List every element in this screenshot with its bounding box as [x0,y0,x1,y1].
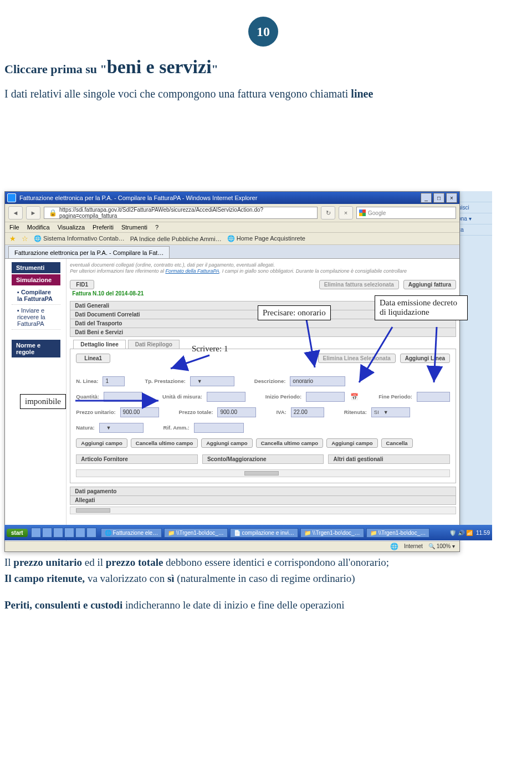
input-prezzo-totale[interactable]: 900.00 [217,407,256,417]
select-tp-prestazione[interactable]: ▼ [190,376,234,386]
input-iva[interactable]: 22.00 [291,407,324,417]
tab-dettaglio-linee[interactable]: Dettaglio linee [73,340,125,349]
aggiungi-campo-2[interactable]: Aggiungi campo [201,438,252,448]
intro-bold: linee [351,88,373,100]
aggiungi-linea-button[interactable]: Aggiungi Linea [400,354,450,363]
ql-icon[interactable] [75,528,85,538]
aggiungi-fattura-button[interactable]: Aggiungi fattura [403,280,456,289]
aggiungi-campo-1[interactable]: Aggiungi campo [76,438,127,448]
page-number-badge: 10 [248,17,278,47]
taskbar-task[interactable]: 📁 \\Trgen1-bo\doc_… [300,528,364,538]
bottom-paragraph-3: Periti, consulenti e custodi indicherann… [4,599,522,612]
calendar-icon[interactable]: 📅 [350,393,359,401]
tray-icons[interactable]: 🛡️ 🔊 📶 [449,530,473,536]
tab-dati-riepilogo[interactable]: Dati Riepilogo [128,340,180,349]
cancella-campo-2[interactable]: Cancella ultimo campo [256,438,323,448]
refresh-button[interactable]: ↻ [321,206,335,219]
maximize-button[interactable]: □ [433,193,444,203]
elimina-fattura-button[interactable]: Elimina fattura selezionata [319,280,399,289]
menu-fav[interactable]: Preferiti [93,224,114,231]
input-prezzo-unitario[interactable]: 900.00 [120,407,159,417]
input-fine-periodo[interactable] [417,392,450,402]
sidebar-norme[interactable]: Norme e regole [12,340,60,357]
label-rif-amm: Rif. Amm.: [163,425,190,431]
ie-titlebar: Fatturazione elettronica per la P.A. - C… [5,192,459,204]
favorites-star-icon[interactable]: ★ [9,234,16,243]
sidebar-strumenti[interactable]: Strumenti [12,262,60,273]
menu-edit[interactable]: Modifica [27,224,50,231]
input-inizio-periodo[interactable] [306,392,345,402]
intro-pre: I dati relativi alle singole voci che co… [4,88,351,100]
select-ritenuta[interactable]: SI▼ [371,407,410,417]
menu-help[interactable]: ? [155,224,158,231]
status-zoom[interactable]: 🔍 100% ▾ [428,543,455,549]
quick-launch [31,528,96,538]
fav-link-3[interactable]: 🌐 Home Page Acquistinrete [227,235,305,242]
url-input[interactable]: 🔒 https://sdi.fatturapa.gov.it/SdI2Fattu… [44,207,318,219]
globe-icon: 🌐 [390,543,398,550]
stop-button[interactable]: × [339,206,353,219]
section-allegati[interactable]: Allegati [70,495,456,505]
bottom-paragraph-1: Il prezzo unitario ed il prezzo totale d… [4,556,522,570]
ql-icon[interactable] [31,528,41,538]
sub-articolo-fornitore[interactable]: Articolo Fornitore [76,454,198,464]
linea-button[interactable]: Linea1 [76,354,110,363]
ql-icon[interactable] [64,528,74,538]
heading-suffix: " [212,62,218,76]
ql-icon[interactable] [86,528,96,538]
menu-view[interactable]: Visualizza [58,224,85,231]
search-input[interactable]: Google [356,207,456,219]
callout-precisare: Precisare: onorario [258,305,331,320]
input-descrizione[interactable]: onorario [290,376,345,386]
sidebar-item-inviare[interactable]: Inviare e ricevere la FatturaPA [12,305,60,330]
label-prezzo-unitario: Prezzo unitario: [76,409,115,415]
callout-data-emissione: Data emissione decreto di liquidazione [375,295,468,320]
start-button[interactable]: start [7,529,28,537]
url-text: https://sdi.fatturapa.gov.it/SdI2Fattura… [59,207,315,219]
forward-button[interactable]: ► [26,206,40,219]
ie-status-bar: 🌐 Internet 🔍 100% ▾ [5,541,459,551]
ie-favorites-bar: ★ ☆ 🌐 Sistema Informativo Contab… PA Ind… [5,233,459,245]
label-tp-prestazione: Tp. Prestazione: [145,378,185,384]
formato-link[interactable]: Formato della FatturaPA [165,268,219,274]
outer-scrollbar[interactable] [70,507,456,514]
browser-tab[interactable]: Fatturazione elettronica per la P.A. - C… [8,246,170,258]
cancella-button[interactable]: Cancella [381,438,413,448]
sub-altri-dati[interactable]: Altri dati gestionali [328,454,450,464]
sub-sconto[interactable]: Sconto/Maggiorazione [202,454,324,464]
taskbar-task[interactable]: 📄 compilazione e invi… [230,528,298,538]
label-prezzo-totale: Prezzo totale: [179,409,213,415]
aggiungi-campo-3[interactable]: Aggiungi campo [326,438,377,448]
ql-icon[interactable] [53,528,63,538]
taskbar-task[interactable]: 📁 \\Trgen1-bo\doc_… [164,528,228,538]
sidebar-item-compilare[interactable]: Compilare la FatturaPA [12,287,60,305]
menu-tools[interactable]: Strumenti [121,224,147,231]
ql-icon[interactable] [42,528,52,538]
ie-address-bar: ◄ ► 🔒 https://sdi.fatturapa.gov.it/SdI2F… [5,204,459,222]
input-quantita[interactable] [104,392,142,402]
taskbar-task[interactable]: 📁 \\Trgen1-bo\doc_… [366,528,430,538]
fid-button[interactable]: FID1 [70,280,94,289]
section-dati-beni[interactable]: Dati Beni e Servizi [70,328,456,337]
input-unita[interactable] [207,392,245,402]
input-rif-amm[interactable] [194,423,244,433]
horizontal-scrollbar[interactable] [76,469,450,477]
search-placeholder: Google [368,210,386,216]
close-button[interactable]: × [446,193,457,203]
input-n-linea[interactable]: 1 [103,376,125,386]
label-quantita: Quantità: [76,393,99,400]
section-dati-pagamento[interactable]: Dati pagamento [70,487,456,496]
favorites-add-icon[interactable]: ☆ [22,234,28,243]
select-natura[interactable]: ▼ [99,423,144,433]
elimina-linea-button[interactable]: Elimina Linea Selezionata [318,354,396,363]
fav-link-1[interactable]: 🌐 Sistema Informativo Contab… [34,235,125,242]
button-row: Aggiungi campo Cancella ultimo campo Agg… [76,438,450,448]
fav-link-2[interactable]: PA Indice delle Pubbliche Ammi… [130,236,222,242]
heading-prefix: Cliccare prima su " [4,62,107,76]
sidebar-simulazione[interactable]: Simulazione [12,274,60,285]
back-button[interactable]: ◄ [8,206,23,219]
cancella-campo-1[interactable]: Cancella ultimo campo [131,438,198,448]
taskbar-task[interactable]: 🌐 Fatturazione ele… [101,528,162,538]
menu-file[interactable]: File [9,224,19,231]
minimize-button[interactable]: _ [421,193,432,203]
